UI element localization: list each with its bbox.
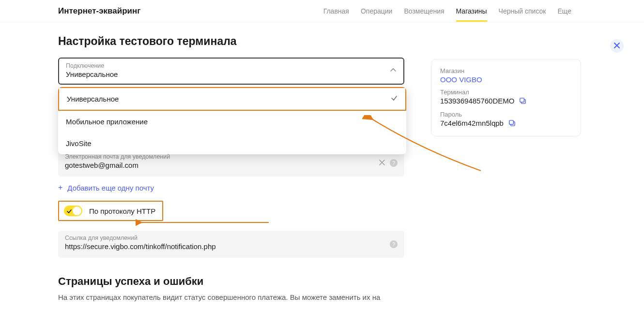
- svg-rect-1: [520, 98, 524, 102]
- dropdown-option-jivo[interactable]: JivoSite: [58, 133, 406, 154]
- http-toggle-label: По протоколу HTTP: [89, 207, 155, 215]
- connection-select[interactable]: Подключение Универсальное Универсальное …: [58, 58, 404, 85]
- nav-more[interactable]: Еще: [558, 0, 572, 22]
- help-icon[interactable]: ?: [390, 159, 398, 167]
- nav: Главная Операции Возмещения Магазины Чер…: [323, 0, 571, 22]
- password-value-row: 7c4el6m42mn5lqpb: [440, 119, 572, 127]
- help-icon[interactable]: ?: [390, 240, 398, 248]
- pages-section-title: Страницы успеха и ошибки: [58, 275, 404, 288]
- terminal-value: 1539369485760DEMO: [440, 97, 514, 105]
- notification-email-label: Электронная почта для уведомлений: [65, 153, 398, 160]
- clear-icon[interactable]: [379, 159, 385, 167]
- http-toggle[interactable]: [64, 206, 82, 216]
- dropdown-option-mobile[interactable]: Мобильное приложение: [58, 111, 406, 133]
- shop-link[interactable]: ООО VIGBO: [440, 75, 572, 84]
- notification-url-value: https://secure.vigbo.com/tinkoff/notific…: [65, 242, 398, 251]
- connection-select-value: Универсальное: [66, 70, 397, 78]
- pages-section-desc: На этих страницах покупатель видит стату…: [58, 293, 404, 302]
- nav-operations[interactable]: Операции: [361, 0, 393, 22]
- add-email-label: Добавить еще одну почту: [67, 184, 154, 192]
- notification-url-label: Ссылка для уведомлений: [65, 235, 398, 241]
- plus-icon: +: [58, 183, 62, 192]
- add-email-button[interactable]: + Добавить еще одну почту: [58, 183, 404, 192]
- notification-url-field[interactable]: Ссылка для уведомлений https://secure.vi…: [58, 231, 404, 258]
- shop-label: Магазин: [440, 67, 572, 74]
- close-icon: [614, 42, 620, 50]
- svg-rect-3: [509, 120, 513, 124]
- connection-select-label: Подключение: [66, 62, 397, 69]
- password-value: 7c4el6m42mn5lqpb: [440, 119, 504, 127]
- dropdown-option-label: Мобильное приложение: [66, 118, 148, 126]
- connection-dropdown: Универсальное Мобильное приложение JivoS…: [58, 87, 406, 154]
- nav-refunds[interactable]: Возмещения: [404, 0, 444, 22]
- copy-icon[interactable]: [508, 119, 516, 127]
- dropdown-option-label: Универсальное: [67, 95, 119, 103]
- close-button[interactable]: [610, 39, 624, 53]
- dropdown-option-universal[interactable]: Универсальное: [58, 87, 406, 111]
- header-title: Интернет-эквайринг: [58, 6, 140, 16]
- terminal-value-row: 1539369485760DEMO: [440, 97, 572, 105]
- notification-email-value: gotestweb@gmail.com: [65, 161, 398, 169]
- nav-shops[interactable]: Магазины: [456, 0, 487, 22]
- http-toggle-row: По протоколу HTTP: [58, 201, 163, 221]
- terminal-label: Терминал: [440, 89, 572, 96]
- check-icon: [391, 95, 398, 103]
- check-icon: [66, 207, 72, 216]
- terminal-info-card: Магазин ООО VIGBO Терминал 1539369485760…: [431, 59, 581, 136]
- chevron-up-icon: [390, 67, 397, 75]
- header: Интернет-эквайринг Главная Операции Возм…: [0, 0, 644, 22]
- dropdown-option-label: JivoSite: [66, 139, 92, 148]
- page-title: Настройка тестового терминала: [58, 35, 404, 48]
- copy-icon[interactable]: [519, 97, 526, 104]
- content: Настройка тестового терминала Подключени…: [0, 22, 644, 302]
- password-label: Пароль: [440, 111, 572, 118]
- nav-blacklist[interactable]: Черный список: [499, 0, 546, 22]
- nav-home[interactable]: Главная: [323, 0, 349, 22]
- main-column: Настройка тестового терминала Подключени…: [58, 35, 404, 302]
